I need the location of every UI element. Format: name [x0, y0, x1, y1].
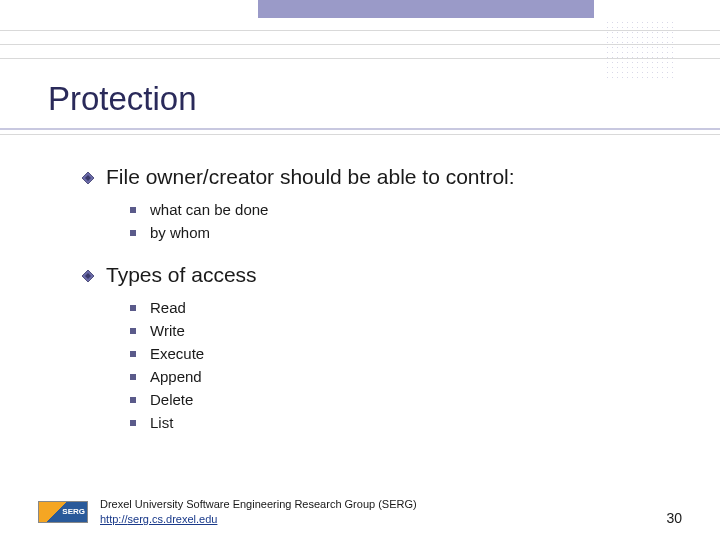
- square-bullet-icon: [130, 230, 136, 236]
- sub-bullet-text: List: [150, 414, 173, 431]
- sub-bullet: what can be done: [130, 201, 515, 218]
- square-bullet-icon: [130, 374, 136, 380]
- bullet-main-text: Types of access: [106, 263, 257, 287]
- bullet-main-text: File owner/creator should be able to con…: [106, 165, 515, 189]
- diamond-bullet-icon: [82, 270, 94, 282]
- footer-org-name: Drexel University Software Engineering R…: [100, 498, 417, 510]
- square-bullet-icon: [130, 328, 136, 334]
- square-bullet-icon: [130, 420, 136, 426]
- sub-bullet: List: [130, 414, 515, 431]
- sub-bullet-text: Append: [150, 368, 202, 385]
- sub-bullet: Execute: [130, 345, 515, 362]
- footer-attribution: Drexel University Software Engineering R…: [100, 497, 417, 526]
- sub-bullet-text: Write: [150, 322, 185, 339]
- rule-line: [0, 134, 720, 135]
- diamond-bullet-icon: [82, 172, 94, 184]
- slide-footer: SERG Drexel University Software Engineer…: [38, 497, 682, 526]
- square-bullet-icon: [130, 351, 136, 357]
- slide-title: Protection: [48, 80, 197, 118]
- footer-left: SERG Drexel University Software Engineer…: [38, 497, 417, 526]
- sub-bullet: Write: [130, 322, 515, 339]
- square-bullet-icon: [130, 305, 136, 311]
- page-number: 30: [666, 510, 682, 526]
- sub-bullet-list: Read Write Execute Append Delete List: [130, 299, 515, 431]
- bullet-main: Types of access: [82, 263, 515, 287]
- square-bullet-icon: [130, 397, 136, 403]
- square-bullet-icon: [130, 207, 136, 213]
- sub-bullet: Delete: [130, 391, 515, 408]
- title-underline: [0, 128, 720, 130]
- decorative-dot-grid: [605, 20, 675, 80]
- header-accent-bar: [258, 0, 594, 18]
- sub-bullet-text: by whom: [150, 224, 210, 241]
- sub-bullet-text: Delete: [150, 391, 193, 408]
- sub-bullet: by whom: [130, 224, 515, 241]
- sub-bullet-text: Read: [150, 299, 186, 316]
- sub-bullet: Append: [130, 368, 515, 385]
- sub-bullet: Read: [130, 299, 515, 316]
- sub-bullet-text: Execute: [150, 345, 204, 362]
- serg-logo: SERG: [38, 501, 88, 523]
- footer-link[interactable]: http://: [100, 513, 128, 525]
- slide-content: File owner/creator should be able to con…: [82, 165, 515, 453]
- footer-link-host[interactable]: serg.cs.drexel.edu: [128, 513, 218, 525]
- bullet-main: File owner/creator should be able to con…: [82, 165, 515, 189]
- sub-bullet-text: what can be done: [150, 201, 268, 218]
- sub-bullet-list: what can be done by whom: [130, 201, 515, 241]
